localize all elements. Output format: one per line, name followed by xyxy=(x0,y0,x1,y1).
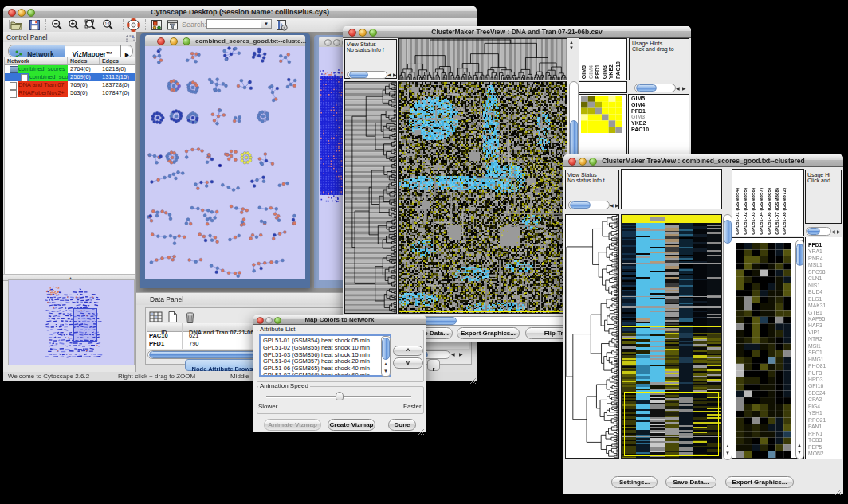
move-up-button[interactable]: ^ xyxy=(393,346,423,356)
tab-overflow-arrow[interactable]: ▶ xyxy=(120,45,133,57)
tv1-view-status-panel: View Status No status info f ◀ ▶ xyxy=(344,39,397,79)
usage-hints-hscrollbar[interactable] xyxy=(634,84,676,92)
network-table-row[interactable]: combined_sco2569(6)13112(15) xyxy=(5,73,135,81)
resize-grip[interactable] xyxy=(469,373,476,380)
network-view-window-1[interactable]: combined_scores_good.txt--cluste... xyxy=(140,33,310,288)
button-create-vizmap[interactable]: Create Vizmap xyxy=(328,419,375,431)
column-divider xyxy=(182,323,183,349)
scroll-right-icon[interactable]: ▶ xyxy=(393,72,397,77)
column-header-edges[interactable]: Edges xyxy=(102,58,119,64)
tv2-heatmap[interactable] xyxy=(621,214,722,459)
zoom-heatmap-vscrollbar[interactable]: ▲ ▼ xyxy=(795,240,804,459)
attribute-list-vscrollbar[interactable]: ▲ ▼ xyxy=(381,336,391,377)
scroll-left-icon[interactable]: ◀ xyxy=(451,352,455,357)
internal-window-titlebar[interactable]: combined_scores_good.txt--cluste... xyxy=(145,35,305,46)
scroll-up-icon[interactable]: ▲ xyxy=(725,443,730,448)
attribute-list-item[interactable]: GPL51-03 (GSM856) heat shock 15 min xyxy=(263,351,370,358)
svg-text:1:1: 1:1 xyxy=(104,22,110,26)
scroll-left-icon[interactable]: ◀ xyxy=(831,229,835,234)
tab-node-attribute-browser[interactable]: Node Attribute Brows xyxy=(185,359,260,371)
main-titlebar[interactable]: Cytoscape Desktop (Session Name: collins… xyxy=(3,6,477,18)
tv2-titlebar[interactable]: ClusterMaker TreeView : combined_scores_… xyxy=(563,154,843,167)
close-button[interactable] xyxy=(157,37,165,45)
tv1-titlebar[interactable]: ClusterMaker TreeView : DNA and Tran 07-… xyxy=(343,26,691,38)
scroll-right-icon[interactable]: ▶ xyxy=(682,86,686,91)
scroll-down-icon[interactable]: ▼ xyxy=(725,451,730,455)
usage-hints-hscrollbar[interactable] xyxy=(806,227,831,236)
attribute-list-item[interactable]: GPL51-04 (GSM857) heat shock 20 min xyxy=(263,357,370,365)
minimize-button[interactable] xyxy=(170,37,178,45)
scroll-right-icon[interactable]: ▶ xyxy=(837,229,841,234)
resize-grip[interactable] xyxy=(418,424,424,431)
toolbar-separator xyxy=(123,19,124,30)
tv2-row-dendrogram[interactable] xyxy=(565,214,619,459)
tv1-heatmap[interactable] xyxy=(398,81,567,314)
network-table-row[interactable]: DNA and Tran 07769(0)183728(0) xyxy=(5,81,135,89)
network-table-row[interactable]: combined_scores_2764(0)16218(0) xyxy=(5,65,135,73)
scrollbar-thumb[interactable] xyxy=(724,220,732,244)
scrollbar-thumb[interactable] xyxy=(349,72,368,78)
tv2-zoom-heatmap-panel[interactable]: ▲ ▼ xyxy=(732,237,804,459)
attribute-list-item[interactable]: GPL51-06 (GSM865) heat shock 40 min xyxy=(263,365,370,372)
toolbar-grip xyxy=(6,20,10,29)
scrollbar-thumb[interactable] xyxy=(570,201,591,209)
dialog-title: Map Colors to Network xyxy=(253,316,426,323)
tab-edge-attribute-browser[interactable]: r xyxy=(427,359,440,371)
network-table-row[interactable]: RNAPuberNov2+563(0)107847(0) xyxy=(5,89,135,97)
tv1-column-dendrogram[interactable] xyxy=(398,38,567,80)
attribute-list-item[interactable]: GPL51-02 (GSM855) heat shock 10 min xyxy=(263,344,370,351)
row-label: GTB1 xyxy=(808,310,822,315)
scrollbar-thumb[interactable] xyxy=(636,84,657,92)
close-button[interactable] xyxy=(324,39,332,46)
attribute-list[interactable]: GPL51-01 (GSM854) heat shock 05 minGPL51… xyxy=(259,334,391,377)
dialog-titlebar[interactable]: Map Colors to Network xyxy=(253,315,426,325)
network-name: DNA and Tran 07 xyxy=(18,81,68,89)
network-nodes: 563(0) xyxy=(70,89,88,97)
tab-network[interactable]: Network xyxy=(9,45,65,57)
control-panel: Network VizMapper™ ▶ NetworkNodesEdgesco… xyxy=(3,42,136,372)
view-status-hscrollbar[interactable] xyxy=(347,71,387,79)
column-label: GIM3 xyxy=(602,65,607,79)
button-done[interactable]: Done xyxy=(388,419,416,431)
scroll-down-icon[interactable]: ▼ xyxy=(569,45,574,50)
scroll-left-icon[interactable]: ◀ xyxy=(676,86,680,91)
move-down-button[interactable]: v xyxy=(393,357,423,369)
zoom-button[interactable] xyxy=(183,37,190,45)
tab-vizmapper[interactable]: VizMapper™ xyxy=(65,45,120,57)
button-settings[interactable]: Settings... xyxy=(611,476,658,488)
scroll-up-icon[interactable]: ▲ xyxy=(797,443,802,447)
scroll-up-icon[interactable]: ▲ xyxy=(383,361,388,366)
column-header-network[interactable]: Network xyxy=(7,58,29,64)
scroll-down-icon[interactable]: ▼ xyxy=(383,369,388,373)
scroll-right-icon[interactable]: ▶ xyxy=(615,203,619,208)
scrollbar-thumb[interactable] xyxy=(382,338,390,360)
button-save-data[interactable]: Save Data... xyxy=(665,476,716,488)
scroll-left-icon[interactable]: ◀ xyxy=(387,72,391,77)
zoom-heatmap-canvas xyxy=(736,243,791,458)
search-dropdown-arrow[interactable]: ▼ xyxy=(261,19,272,29)
id-column-header-cell[interactable]: ID xyxy=(147,323,183,332)
tv1-row-dendrogram[interactable] xyxy=(344,81,397,314)
scroll-left-icon[interactable]: ◀ xyxy=(610,203,614,208)
column-header-nodes[interactable]: Nodes xyxy=(70,58,87,64)
scroll-up-icon[interactable]: ▲ xyxy=(569,40,574,45)
speed-slider-thumb[interactable] xyxy=(336,392,344,400)
resize-grip[interactable] xyxy=(834,485,842,492)
attribute-list-item[interactable]: GPL51-07 (GSM868) heat shock 60 min xyxy=(263,372,370,377)
attribute-list-item[interactable]: GPL51-01 (GSM854) heat shock 05 min xyxy=(263,337,370,344)
button-export-graphics[interactable]: Export Graphics... xyxy=(457,327,520,339)
birdseye-view[interactable] xyxy=(8,279,135,365)
column-label: GIM4 xyxy=(588,65,594,79)
scroll-right-icon[interactable]: ▶ xyxy=(459,352,463,357)
scrollbar-thumb[interactable] xyxy=(807,228,820,235)
network-graph-canvas[interactable] xyxy=(145,46,305,279)
view-status-hscrollbar[interactable] xyxy=(568,201,610,209)
scrollbar-thumb[interactable] xyxy=(796,244,803,266)
row-label: BUD4 xyxy=(808,289,822,295)
search-input[interactable] xyxy=(206,19,261,29)
minimize-button[interactable] xyxy=(333,39,340,46)
scroll-down-icon[interactable]: ▼ xyxy=(797,450,802,455)
button-animate-vizmap[interactable]: Animate Vizmap xyxy=(264,419,321,431)
button-export-graphics[interactable]: Export Graphics... xyxy=(725,476,794,488)
tv2-button-row: Settings...Save Data...Export Graphics..… xyxy=(563,476,843,489)
